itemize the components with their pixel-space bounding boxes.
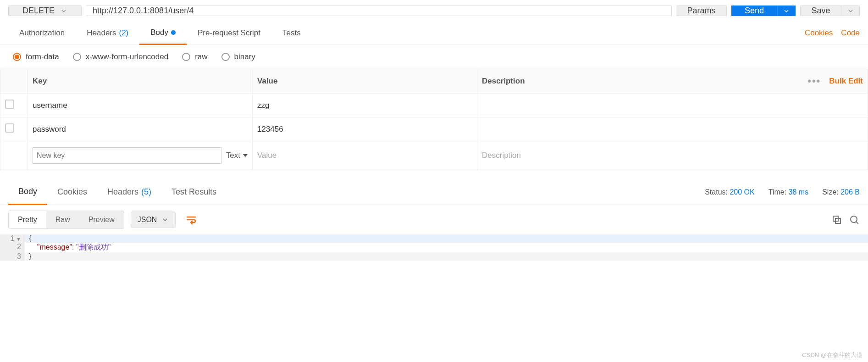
time-value: 38 ms — [789, 188, 809, 196]
type-dropdown[interactable]: Text — [226, 151, 248, 160]
col-key: Key — [28, 69, 253, 94]
response-tabs: Body Cookies Headers (5) Test Results St… — [0, 179, 868, 205]
code-line: 1▼ { — [0, 234, 868, 243]
col-value: Value — [253, 69, 477, 94]
format-dropdown[interactable]: JSON — [131, 212, 176, 228]
response-body: 1▼ { 2 "message": "删除成功" 3 } — [0, 234, 868, 261]
tab-tests[interactable]: Tests — [271, 22, 312, 44]
radio-label: x-www-form-urlencoded — [86, 52, 168, 61]
cell-description[interactable] — [477, 94, 868, 117]
new-desc-placeholder[interactable]: Description — [482, 151, 521, 160]
radio-icon — [13, 53, 21, 61]
size-value: 206 B — [840, 188, 860, 196]
resp-tab-testresults[interactable]: Test Results — [161, 180, 227, 204]
method-select[interactable]: DELETE — [8, 6, 82, 16]
save-button[interactable]: Save — [800, 6, 841, 16]
line-text[interactable]: } — [25, 252, 868, 261]
row-checkbox[interactable] — [5, 100, 14, 109]
radio-binary[interactable]: binary — [221, 52, 255, 61]
send-dropdown[interactable] — [777, 6, 796, 16]
cell-key[interactable]: password — [28, 117, 253, 141]
resp-tab-body[interactable]: Body — [8, 179, 47, 205]
response-meta: Status: 200 OK Time: 38 ms Size: 206 B — [705, 188, 860, 196]
tab-body-label: Body — [150, 28, 168, 37]
radio-raw[interactable]: raw — [182, 52, 207, 61]
line-text[interactable]: "message": "删除成功" — [25, 243, 868, 252]
request-tabs: Authorization Headers (2) Body Pre-reque… — [0, 22, 868, 45]
save-group: Save — [800, 6, 860, 16]
table-new-row: Text Value Description — [0, 141, 868, 170]
send-group: Send — [731, 6, 796, 16]
resp-tab-headers[interactable]: Headers (5) — [97, 180, 161, 204]
type-label: Text — [226, 151, 240, 160]
chevron-down-icon — [161, 216, 169, 223]
json-key: "message" — [37, 243, 72, 251]
bulk-edit-link[interactable]: Bulk Edit — [829, 77, 863, 86]
radio-label: raw — [195, 52, 207, 61]
save-dropdown[interactable] — [841, 6, 860, 16]
view-mode-group: Pretty Raw Preview — [8, 211, 124, 229]
col-check — [0, 69, 28, 94]
tab-prerequest[interactable]: Pre-request Script — [187, 22, 271, 44]
wrap-icon — [186, 214, 197, 225]
url-input-wrap — [86, 6, 672, 16]
radio-form-data[interactable]: form-data — [13, 52, 59, 61]
caret-down-icon — [243, 153, 248, 158]
cell-value[interactable]: zzg — [253, 94, 477, 117]
col-description: Description ••• Bulk Edit — [477, 69, 868, 94]
line-number: 2 — [0, 243, 25, 252]
line-number: 1 — [10, 234, 14, 242]
fold-icon[interactable]: ▼ — [16, 236, 21, 242]
tab-headers[interactable]: Headers (2) — [76, 22, 139, 44]
tab-authorization[interactable]: Authorization — [8, 22, 76, 44]
resp-headers-count: (5) — [141, 187, 151, 197]
new-value-placeholder[interactable]: Value — [257, 151, 276, 160]
method-label: DELETE — [22, 6, 55, 16]
col-description-label: Description — [482, 77, 525, 86]
status-label: Status: — [705, 188, 728, 196]
code-line: 2 "message": "删除成功" — [0, 243, 868, 252]
code-link[interactable]: Code — [841, 28, 860, 38]
row-checkbox[interactable] — [5, 123, 14, 133]
cell-value[interactable]: 123456 — [253, 117, 477, 141]
radio-urlencoded[interactable]: x-www-form-urlencoded — [73, 52, 168, 61]
radio-icon — [182, 53, 190, 61]
cell-key[interactable]: username — [28, 94, 253, 117]
chevron-down-icon — [847, 7, 854, 15]
form-data-table: Key Value Description ••• Bulk Edit user… — [0, 69, 868, 170]
search-icon[interactable] — [849, 214, 860, 225]
more-options-icon[interactable]: ••• — [807, 75, 821, 87]
params-button[interactable]: Params — [676, 6, 727, 16]
format-label: JSON — [138, 216, 157, 224]
line-text[interactable]: { — [25, 234, 868, 243]
radio-icon — [73, 53, 81, 61]
response-toolbar: Pretty Raw Preview JSON — [0, 205, 868, 234]
response-toolbar-right — [831, 214, 860, 225]
copy-icon[interactable] — [831, 214, 842, 225]
json-value: "删除成功" — [76, 243, 111, 251]
chevron-down-icon — [60, 7, 67, 15]
view-preview[interactable]: Preview — [79, 211, 124, 228]
tab-body[interactable]: Body — [139, 22, 187, 45]
send-button[interactable]: Send — [731, 6, 777, 16]
cookies-link[interactable]: Cookies — [805, 28, 833, 38]
tab-headers-label: Headers — [87, 28, 116, 38]
url-input[interactable] — [86, 6, 672, 16]
view-pretty[interactable]: Pretty — [9, 211, 46, 228]
table-row: password 123456 — [0, 117, 868, 141]
chevron-down-icon — [783, 7, 790, 15]
view-raw[interactable]: Raw — [46, 211, 79, 228]
radio-label: binary — [234, 52, 255, 61]
table-header-row: Key Value Description ••• Bulk Edit — [0, 69, 868, 94]
radio-label: form-data — [26, 52, 59, 61]
cell-description[interactable] — [477, 117, 868, 141]
code-line: 3 } — [0, 252, 868, 261]
wrap-lines-button[interactable] — [182, 211, 200, 229]
size-label: Size: — [822, 188, 839, 196]
table-row: username zzg — [0, 94, 868, 117]
new-key-input[interactable] — [33, 147, 221, 164]
body-modified-dot — [171, 30, 176, 35]
resp-headers-label: Headers — [107, 187, 138, 197]
resp-tab-cookies[interactable]: Cookies — [47, 180, 97, 204]
line-number: 3 — [0, 252, 25, 261]
